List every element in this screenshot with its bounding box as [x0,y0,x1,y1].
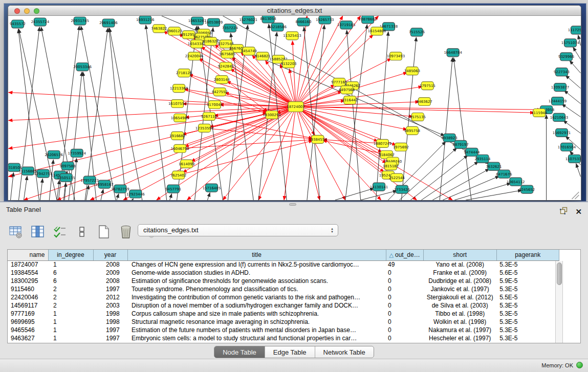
network-node[interactable]: 8938923 [442,134,458,142]
table-row[interactable]: 969969511998Structural magnetic resonanc… [8,318,559,326]
network-node[interactable]: 8813054 [260,16,277,23]
table-row[interactable]: 1938455462009Genome-wide association stu… [8,269,559,277]
tab-network-table[interactable]: Network Table [315,346,374,358]
table-settings-icon[interactable] [8,224,24,239]
table-row[interactable]: 1830029562008Estimation of significance … [8,277,559,285]
network-node[interactable]: 20878682 [359,16,377,24]
network-node[interactable]: 7485063 [404,67,420,75]
network-node[interactable]: 15692971 [553,128,571,137]
citation-edge[interactable] [101,189,103,200]
table-scrollbar[interactable] [555,261,563,343]
resize-grip-icon[interactable] [572,192,579,199]
citation-edge[interactable] [109,28,126,200]
splitter-handle[interactable] [289,203,296,206]
network-node[interactable]: 14130141 [370,183,388,191]
network-node[interactable]: 2803144 [214,76,230,84]
citation-edge[interactable] [421,162,478,200]
network-node[interactable]: 9227343 [554,68,570,76]
citation-edge[interactable] [410,155,468,200]
table-row[interactable]: 911546021997Tourette syndrome. Phenomeno… [8,285,559,293]
network-node[interactable]: 7625402 [170,171,186,179]
network-node[interactable]: 9242845 [218,62,234,71]
citation-edge[interactable] [49,160,53,200]
network-node[interactable]: 16931216 [136,16,154,24]
citation-edge[interactable] [440,58,452,200]
column-header-in_degree[interactable]: in_degree [48,250,93,260]
network-node[interactable]: 20931745 [71,17,89,25]
network-node[interactable]: 16210643 [550,113,568,121]
network-node[interactable]: 11075334 [565,155,581,163]
network-node[interactable]: 15751074 [561,39,580,47]
column-header-name[interactable]: name [8,250,48,260]
column-header-out_de[interactable]: △out_de… [386,250,423,260]
tab-node-table[interactable]: Node Table [214,346,265,358]
network-node[interactable]: 1614099 [179,160,194,168]
network-node[interactable]: 10719185 [337,21,355,29]
table-scrollbar-thumb[interactable] [557,262,562,285]
network-node[interactable]: 11172534 [568,26,581,34]
network-node[interactable]: 10654112 [507,178,525,186]
citation-edge-red[interactable] [296,107,382,152]
network-node[interactable]: 8132203 [281,60,297,68]
network-node[interactable]: 6879197 [453,140,469,148]
citation-edge[interactable] [207,193,210,200]
citation-edge[interactable] [347,30,361,200]
column-header-short[interactable]: short [423,250,496,260]
table-row[interactable]: 977716911998Corpus callosum shape and si… [8,310,559,318]
citation-edge-red[interactable] [258,107,296,200]
citation-edge[interactable] [146,25,167,200]
network-node[interactable]: 1115948 [531,108,547,117]
column-header-title[interactable]: title [127,250,386,260]
network-node[interactable]: 1797515 [420,82,435,90]
network-node[interactable]: 7515526 [409,28,425,36]
network-node[interactable]: 12093877 [551,83,569,92]
citation-edge[interactable] [81,26,116,200]
network-node[interactable]: 9245652 [519,185,535,193]
network-node[interactable]: 16107554 [168,100,187,108]
network-node[interactable]: 10654985 [171,114,189,122]
network-node[interactable]: 15276021 [239,16,257,24]
network-node[interactable]: 20691406 [99,19,117,27]
citation-edge[interactable] [11,172,14,200]
citation-edge-red[interactable] [9,93,296,107]
network-node[interactable]: 9170044 [207,101,223,109]
network-node[interactable]: 10973493 [387,52,405,60]
network-canvas[interactable]: 9435572243557242093174520691406169312161… [8,16,581,200]
network-node[interactable]: 9675685 [220,50,235,58]
row-height-icon[interactable] [74,224,90,239]
network-node[interactable]: 13218586 [268,23,286,31]
network-node[interactable]: 9463627 [417,98,432,106]
network-node[interactable]: 6497568 [339,86,355,94]
citation-edge-red[interactable] [24,107,296,200]
network-node[interactable]: 16053809 [205,18,223,27]
network-node[interactable]: 5960123 [166,27,182,35]
table-row[interactable]: 1456911722003Disruption of a novel membe… [8,301,559,310]
close-panel-icon[interactable]: ✕ [575,208,582,215]
column-header-year[interactable]: year [93,250,127,260]
network-node[interactable]: 10653287 [188,17,206,25]
import-table-icon[interactable] [52,224,68,239]
citation-edge[interactable] [40,179,42,200]
network-node[interactable]: 15716485 [203,184,221,192]
citation-edge[interactable] [170,194,172,200]
network-node[interactable]: 1733426 [394,185,410,193]
citation-edge-red[interactable] [296,107,378,142]
network-node[interactable]: 2935114 [474,155,491,163]
network-node[interactable]: 17016504 [558,143,576,151]
network-node[interactable]: 9329966 [558,53,574,61]
network-node[interactable]: 2718126 [176,69,192,77]
network-node[interactable]: 8427552 [212,88,228,96]
network-node[interactable]: 20053346 [73,63,91,71]
window-titlebar[interactable]: citations_edges.txt [8,6,581,16]
new-table-icon[interactable] [96,224,112,239]
network-node[interactable]: 2316442 [342,96,358,104]
network-node[interactable]: 2522544 [389,173,405,182]
network-node[interactable]: 9097588 [60,162,76,170]
network-node[interactable]: 8575135 [410,113,426,121]
network-node[interactable]: 12444159 [549,97,567,105]
memory-indicator[interactable]: Memory: OK [541,362,583,368]
network-node[interactable]: 12353594 [195,124,214,132]
citation-edge[interactable] [466,190,522,200]
citation-edge[interactable] [570,60,580,73]
network-node[interactable]: 9895758 [404,126,420,135]
